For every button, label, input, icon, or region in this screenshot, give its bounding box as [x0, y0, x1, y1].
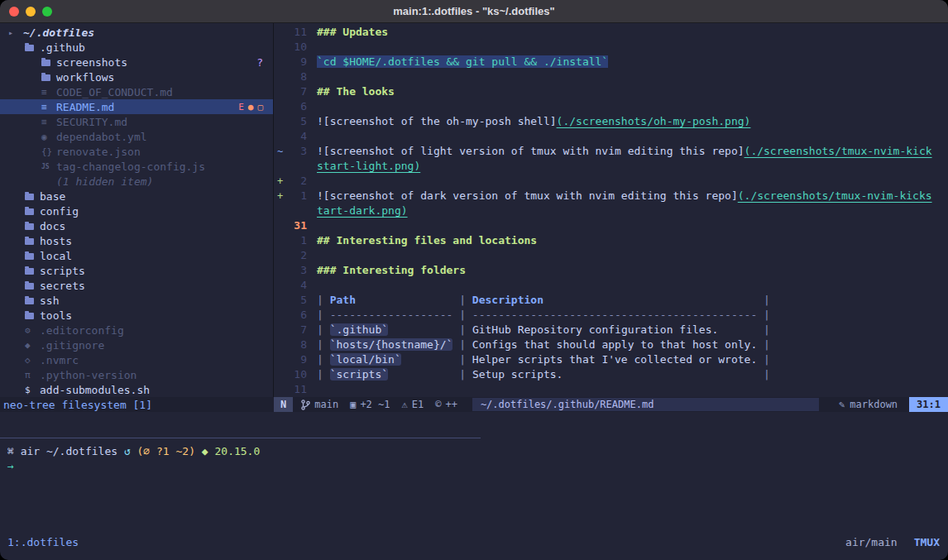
tree-item[interactable]: ssh [0, 293, 273, 308]
tree-item-label: scripts [40, 265, 85, 277]
editor-line[interactable]: 3### Interesting folders [274, 263, 948, 278]
warning-icon: ⚠ [402, 399, 408, 410]
folder-icon [25, 253, 34, 260]
editor-line[interactable]: 1## Interesting files and locations [274, 233, 948, 248]
editor-line[interactable]: tart-dark.png) [274, 203, 948, 218]
editor-line[interactable]: 10 [274, 40, 948, 55]
gutter-sign [274, 159, 285, 174]
pane-divider [0, 438, 481, 438]
folder-icon [41, 60, 50, 66]
editor-line[interactable]: 4 [274, 129, 948, 144]
tree-item[interactable]: {}renovate.json [0, 144, 273, 159]
tree-item[interactable]: ≡CODE_OF_CONDUCT.md [0, 84, 273, 99]
line-number: 8 [285, 69, 307, 84]
editor-line[interactable]: 8| `hosts/{hostname}/` | Configs that sh… [274, 337, 948, 352]
tree-item-label: README.md [56, 101, 114, 113]
tree-item[interactable]: ◉dependabot.yml [0, 129, 273, 144]
folder-icon [25, 223, 34, 230]
editor-line[interactable]: +2 [274, 174, 948, 189]
editor-line[interactable]: 31 [274, 218, 948, 233]
tmux-badge: TMUX [914, 536, 940, 548]
gutter-sign [274, 308, 285, 323]
tree-item[interactable]: π.python-version [0, 367, 273, 382]
editor-line[interactable]: 5| Path | Description | [274, 293, 948, 308]
editor-line[interactable]: 6 [274, 99, 948, 114]
diff-counts: +2 ~1 [360, 399, 390, 410]
tree-item[interactable]: (1 hidden item) [0, 174, 273, 189]
tree-item-label: add-submodules.sh [40, 384, 150, 396]
tree-item[interactable]: config [0, 203, 273, 218]
editor-line[interactable]: start-light.png) [274, 159, 948, 174]
folder-icon-wrap [25, 282, 40, 290]
gutter-sign [274, 69, 285, 84]
editor-line[interactable]: 11 [274, 382, 948, 397]
tree-item[interactable]: workflows [0, 69, 273, 84]
editor-line[interactable]: 7| `.github` | GitHub Repository configu… [274, 323, 948, 337]
titlebar: main:1:.dotfiles - "ks~/.dotfiles" [0, 0, 948, 23]
tree-item[interactable]: ◆.gitignore [0, 337, 273, 352]
folder-icon-wrap [25, 252, 40, 260]
tree-item[interactable]: .github [0, 40, 273, 55]
git-icon: ◆ [25, 340, 40, 351]
tree-item[interactable]: docs [0, 218, 273, 233]
editor-line[interactable]: 11### Updates [274, 25, 948, 40]
editor-line[interactable]: 7## The looks [274, 84, 948, 99]
tree-item[interactable]: ▸~/.dotfiles [0, 25, 273, 40]
close-button[interactable] [9, 7, 19, 17]
tree-item[interactable]: local [0, 248, 273, 263]
editor-line[interactable]: ~3![screenshot of light version of tmux … [274, 144, 948, 159]
tree-item[interactable]: screenshots? [0, 55, 273, 69]
editor-line[interactable]: 5![screenshot of the oh-my-posh shell](.… [274, 114, 948, 129]
tree-item[interactable]: ◇.nvmrc [0, 352, 273, 367]
gutter-sign [274, 367, 285, 382]
filetype-label: markdown [850, 399, 898, 410]
editor-line[interactable]: 10| `scripts` | Setup scripts. | [274, 367, 948, 382]
markdown-icon: ≡ [41, 87, 56, 98]
tree-item[interactable]: hosts [0, 233, 273, 248]
folder-icon [25, 268, 34, 275]
copilot-status: © ++ [435, 397, 457, 412]
editor-buffer[interactable]: 11### Updates109`cd $HOME/.dotfiles && g… [274, 23, 948, 397]
tree-item[interactable]: ≡README.mdE●▢ [0, 99, 273, 114]
line-number: 8 [285, 337, 307, 352]
tree-item[interactable]: $add-submodules.sh [0, 382, 273, 397]
tree-item[interactable]: secrets [0, 278, 273, 293]
line-text: | `local/bin` | Helper scripts that I've… [317, 352, 770, 367]
file-path: ~/.dotfiles/.github/README.md [472, 398, 819, 411]
shell-pane[interactable]: ⌘ air ~/.dotfiles ↺ (⌀ ?1 ~2) ◆ 20.15.0 … [0, 425, 948, 532]
editor-line[interactable]: 9`cd $HOME/.dotfiles && git pull && ./in… [274, 55, 948, 69]
gutter-sign [274, 278, 285, 293]
tmux-window-item[interactable]: 1:.dotfiles [7, 536, 79, 548]
folder-icon-wrap [25, 237, 40, 245]
git-branch: main [301, 397, 338, 412]
tree-item[interactable]: base [0, 189, 273, 203]
zoom-button[interactable] [42, 7, 52, 17]
editor-line[interactable]: +1![screenshot of dark version of tmux w… [274, 189, 948, 203]
minimize-button[interactable] [26, 7, 36, 17]
editor-line[interactable]: 6| ------------------- | ---------------… [274, 308, 948, 323]
tree-item[interactable]: ⚙.editorconfig [0, 323, 273, 337]
gutter-sign [274, 129, 285, 144]
tree-item-label: ~/.dotfiles [23, 26, 94, 39]
tree-item[interactable]: scripts [0, 263, 273, 278]
editor-line[interactable]: 8 [274, 69, 948, 84]
tree-item-label: ssh [40, 294, 59, 307]
line-number: 4 [285, 278, 307, 293]
unstaged-badge: ▢ [257, 102, 263, 112]
mode-indicator: N [274, 397, 293, 412]
editor-line[interactable]: 4 [274, 278, 948, 293]
tree-item-label: dependabot.yml [56, 131, 147, 143]
branch-icon [301, 400, 310, 410]
folder-icon-wrap [41, 74, 56, 81]
gutter-sign [274, 55, 285, 69]
tree-item[interactable]: JStag-changelog-config.js [0, 159, 273, 174]
editor-line[interactable]: 9| `local/bin` | Helper scripts that I'v… [274, 352, 948, 367]
tree-item[interactable]: tools [0, 308, 273, 323]
folder-icon-wrap [25, 297, 40, 304]
tree-item[interactable]: ≡SECURITY.md [0, 114, 273, 129]
gutter-sign [274, 248, 285, 263]
git-untracked-badge: ? [256, 56, 263, 69]
editor-line[interactable]: 2 [274, 248, 948, 263]
line-text: ![screenshot of the oh-my-posh shell](./… [317, 114, 750, 129]
gutter-sign [274, 84, 285, 99]
